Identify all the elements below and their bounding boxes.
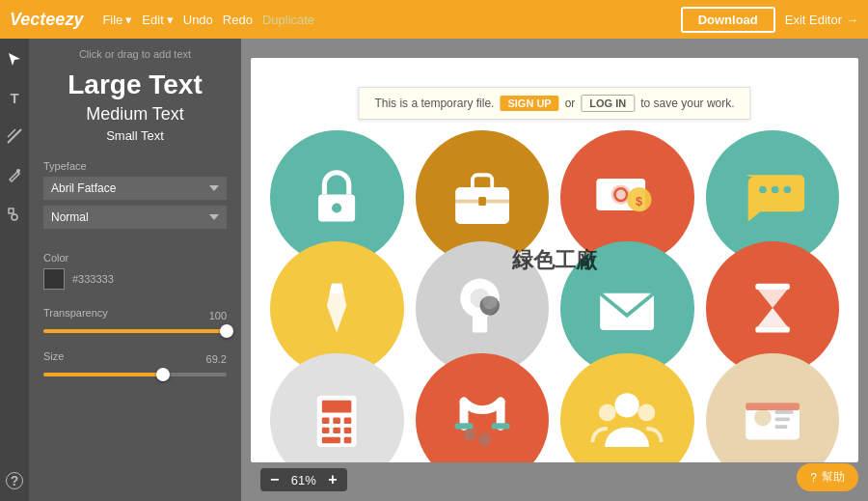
- temp-file-banner: This is a temporary file. SIGN UP or LOG…: [358, 87, 750, 120]
- svg-point-2: [16, 169, 20, 173]
- paint-tool[interactable]: [4, 164, 25, 185]
- svg-rect-28: [322, 417, 330, 423]
- typeface-section: Typeface Abril Fatface Normal: [43, 160, 227, 235]
- banner-text: This is a temporary file.: [374, 97, 494, 110]
- svg-rect-30: [344, 417, 352, 423]
- size-value: 69.2: [206, 353, 227, 365]
- transparency-slider[interactable]: [43, 329, 227, 333]
- svg-rect-25: [755, 327, 790, 333]
- svg-point-40: [464, 429, 476, 441]
- icon-calculator[interactable]: [270, 353, 404, 462]
- zoom-in-button[interactable]: +: [328, 472, 337, 487]
- select-tool[interactable]: [4, 48, 25, 70]
- svg-rect-4: [9, 209, 14, 213]
- size-label: Size: [43, 350, 64, 362]
- tool-panel: T ?: [0, 39, 29, 501]
- menu-undo[interactable]: Undo: [183, 13, 213, 27]
- help-tool[interactable]: ?: [4, 470, 25, 491]
- svg-rect-9: [478, 197, 486, 206]
- svg-rect-24: [755, 284, 790, 290]
- login-button[interactable]: LOG IN: [581, 95, 635, 112]
- svg-line-0: [8, 129, 21, 143]
- svg-rect-49: [774, 425, 787, 429]
- svg-point-6: [332, 204, 341, 213]
- text-tool[interactable]: T: [4, 87, 25, 108]
- svg-rect-29: [333, 417, 340, 423]
- zoom-bar: − 61% +: [260, 468, 347, 491]
- svg-rect-50: [746, 403, 800, 410]
- help-button[interactable]: ? 幫助: [797, 463, 858, 491]
- exit-button[interactable]: Exit Editor →: [785, 13, 858, 27]
- help-label: 幫助: [822, 469, 845, 486]
- svg-point-41: [478, 433, 491, 446]
- size-section: Size 69.2: [43, 350, 227, 376]
- svg-rect-34: [322, 437, 340, 443]
- svg-rect-35: [344, 437, 352, 443]
- color-swatch[interactable]: [43, 268, 65, 290]
- svg-rect-33: [344, 428, 352, 433]
- color-label: Color: [43, 252, 227, 264]
- main-layout: T ? Click or drag to add text Large Text…: [0, 39, 868, 501]
- toolbar: Vecteezy File ▾ Edit ▾ Undo Redo Duplica…: [0, 0, 868, 39]
- svg-rect-32: [333, 428, 340, 433]
- color-hex: #333333: [72, 273, 114, 285]
- shape-tool[interactable]: [4, 203, 25, 224]
- typeface-select[interactable]: Abril Fatface: [43, 177, 227, 200]
- add-text-hint: Click or drag to add text: [43, 48, 227, 60]
- app-logo: Vecteezy: [10, 10, 83, 30]
- menu-edit[interactable]: Edit ▾: [142, 13, 173, 27]
- icon-idcard[interactable]: [706, 353, 840, 462]
- properties-panel: Click or drag to add text Large Text Med…: [29, 39, 241, 501]
- canvas: This is a temporary file. SIGN UP or LOG…: [251, 58, 858, 462]
- svg-rect-19: [473, 316, 487, 333]
- transparency-section: Transparency 100: [43, 307, 227, 333]
- line-tool[interactable]: [4, 125, 25, 147]
- transparency-label: Transparency: [43, 307, 108, 319]
- text-preview: Large Text Medium Text Small Text: [43, 70, 227, 143]
- svg-rect-47: [774, 410, 793, 414]
- svg-rect-27: [322, 401, 351, 413]
- icon-magnet[interactable]: [416, 353, 550, 462]
- svg-text:$: $: [636, 195, 642, 209]
- transparency-value: 100: [209, 310, 227, 321]
- menu-file[interactable]: File ▾: [102, 13, 132, 27]
- banner-suffix: to save your work.: [640, 97, 734, 110]
- color-section: Color #333333: [43, 252, 227, 290]
- menu-redo[interactable]: Redo: [223, 13, 253, 27]
- signup-button[interactable]: SIGN UP: [500, 96, 558, 111]
- svg-point-42: [615, 393, 639, 417]
- svg-point-44: [638, 404, 656, 421]
- svg-point-16: [771, 186, 778, 194]
- menu-duplicate[interactable]: Duplicate: [262, 13, 314, 27]
- svg-point-15: [759, 186, 767, 194]
- svg-rect-48: [774, 417, 789, 421]
- svg-point-43: [599, 404, 616, 421]
- svg-point-22: [482, 295, 497, 310]
- large-text-preview: Large Text: [43, 70, 227, 100]
- icon-people[interactable]: [560, 353, 694, 462]
- zoom-value: 61%: [286, 473, 320, 487]
- svg-point-46: [754, 408, 772, 426]
- icons-grid: $: [260, 121, 849, 462]
- svg-point-3: [12, 214, 17, 220]
- typeface-label: Typeface: [43, 160, 227, 172]
- canvas-area[interactable]: This is a temporary file. SIGN UP or LOG…: [241, 39, 868, 501]
- svg-rect-31: [322, 428, 330, 433]
- medium-text-preview: Medium Text: [43, 104, 227, 125]
- small-text-preview: Small Text: [43, 128, 227, 143]
- style-select[interactable]: Normal: [43, 206, 227, 229]
- size-slider[interactable]: [43, 373, 227, 376]
- download-button[interactable]: Download: [681, 7, 775, 33]
- banner-or: or: [565, 97, 576, 110]
- svg-point-17: [783, 186, 791, 194]
- zoom-out-button[interactable]: −: [270, 472, 279, 487]
